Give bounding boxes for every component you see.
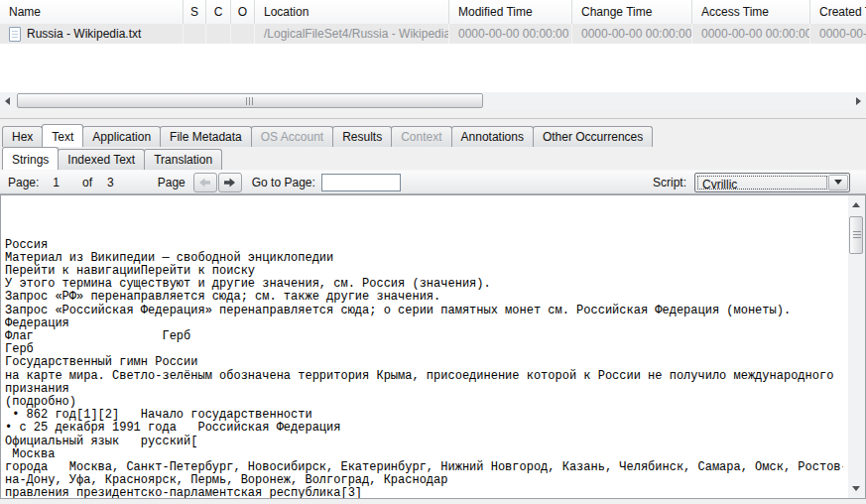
access-time-cell: 0000-00-00 00:00:00	[692, 24, 810, 44]
goto-page-input[interactable]	[321, 174, 401, 191]
column-header[interactable]: Change Time	[572, 0, 692, 24]
file-table: NameSCOLocationModified TimeChange TimeA…	[0, 0, 866, 92]
page-current: 1	[53, 176, 60, 189]
file-row[interactable]: Russia - Wikipedia.txt /LogicalFileSet4/…	[0, 24, 866, 44]
scroll-right-arrow-icon[interactable]	[856, 97, 861, 105]
goto-page-label: Go to Page:	[252, 176, 315, 189]
script-selected-value: Cyrillic	[697, 176, 827, 189]
column-header[interactable]: Name	[0, 0, 184, 24]
location-cell: /LogicalFileSet4/Russia - Wikipedia.txt	[255, 24, 449, 44]
text-line: Флаг Герб	[5, 330, 843, 343]
text-line: Запрос «РФ» перенаправляется сюда; см. т…	[5, 291, 843, 304]
scrollbar-grip-icon	[853, 231, 861, 239]
created-time-cell: 0000-00-00 00:00:00	[810, 24, 866, 44]
text-line: Запрос «Российская Федерация» перенаправ…	[5, 305, 843, 317]
page-total: 3	[107, 176, 114, 189]
strings-text-viewer[interactable]: РоссияМатериал из Википедии — свободной …	[0, 194, 866, 499]
text-line: Официальный язык русский[	[5, 436, 843, 448]
column-header[interactable]: Location	[255, 0, 449, 24]
viewer-tabs: HexTextApplicationFile MetadataOS Accoun…	[2, 124, 653, 147]
text-line: правления президентско-парламентская рес…	[5, 487, 843, 499]
viewer-tab[interactable]: Results	[332, 126, 392, 147]
c-cell	[206, 24, 231, 44]
file-name: Russia - Wikipedia.txt	[27, 27, 141, 41]
pager-label: Page	[158, 176, 186, 189]
text-content: РоссияМатериал из Википедии — свободной …	[5, 199, 843, 499]
vertical-scrollbar-thumb[interactable]	[849, 216, 863, 254]
viewer-tab[interactable]: Hex	[2, 126, 43, 147]
horizontal-scrollbar-thumb[interactable]	[17, 93, 483, 108]
viewer-tab: OS Account	[251, 126, 333, 147]
o-cell	[231, 24, 255, 44]
script-dropdown[interactable]: Cyrillic	[694, 173, 850, 192]
arrow-left-icon	[198, 178, 211, 188]
scroll-left-arrow-icon[interactable]	[5, 97, 10, 105]
viewer-tab[interactable]: Application	[82, 126, 161, 147]
viewer-tab[interactable]: Other Occurrences	[533, 126, 653, 147]
modified-time-cell: 0000-00-00 00:00:00	[449, 24, 572, 44]
column-header[interactable]: Access Time	[692, 0, 810, 24]
text-line: • с 25 декабря 1991 года Российская Феде…	[5, 422, 843, 435]
chevron-down-icon[interactable]	[828, 175, 848, 190]
document-icon	[9, 27, 21, 42]
text-line: на карте мира. Светло-зелёным обозначена…	[5, 370, 843, 383]
text-line: Государственный гимн России	[5, 356, 843, 369]
script-label: Script:	[653, 176, 686, 189]
previous-page-button	[193, 173, 217, 192]
page-of-label: of	[82, 176, 92, 189]
horizontal-scrollbar[interactable]	[0, 92, 866, 110]
text-sub-tab[interactable]: Translation	[144, 149, 222, 170]
change-time-cell: 0000-00-00 00:00:00	[572, 24, 692, 44]
pager-toolbar: Page: 1 of 3 Page Go to Page: Script: Cy…	[0, 170, 866, 194]
vertical-scrollbar[interactable]	[848, 195, 865, 498]
arrow-right-icon	[223, 178, 236, 188]
s-cell	[184, 24, 206, 44]
page-label: Page:	[8, 176, 39, 189]
name-cell: Russia - Wikipedia.txt	[0, 24, 184, 44]
text-line: признания	[5, 383, 843, 396]
scrollbar-grip-icon	[246, 97, 253, 105]
column-header[interactable]: O	[231, 0, 255, 24]
text-sub-tab[interactable]: Indexed Text	[58, 149, 145, 170]
viewer-tab[interactable]: File Metadata	[160, 126, 252, 147]
column-header[interactable]: C	[206, 0, 231, 24]
viewer-tab[interactable]: Text	[42, 124, 83, 147]
next-page-button[interactable]	[218, 173, 242, 192]
text-sub-tabs: StringsIndexed TextTranslation	[2, 147, 222, 170]
viewer-tab[interactable]: Annotations	[451, 126, 534, 147]
file-table-header: NameSCOLocationModified TimeChange TimeA…	[0, 0, 866, 24]
scroll-up-arrow-icon[interactable]	[852, 202, 860, 207]
text-sub-tab[interactable]: Strings	[2, 147, 59, 170]
scroll-down-arrow-icon[interactable]	[852, 486, 860, 491]
column-header[interactable]: Modified Time	[449, 0, 572, 24]
column-header[interactable]: Created Time	[810, 0, 866, 24]
text-line: Россия	[5, 239, 843, 252]
down-triangle-icon	[834, 180, 842, 185]
viewer-tab: Context	[391, 126, 451, 147]
column-header[interactable]: S	[184, 0, 206, 24]
panel-divider	[0, 118, 866, 119]
